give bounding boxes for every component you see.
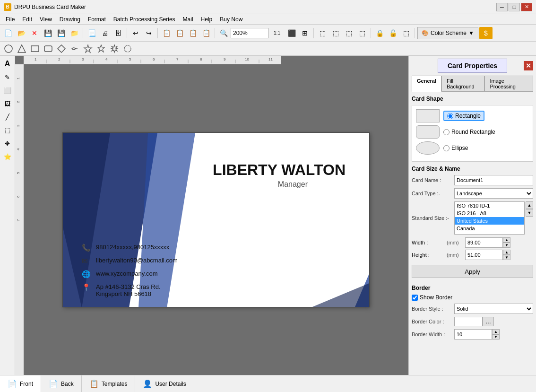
tb-btn8[interactable]: 📋 [173,27,186,39]
menu-help[interactable]: Help [197,15,216,24]
tab-fill-background[interactable]: Fill Background [441,76,484,92]
tb-btn12[interactable]: ⬚ [329,27,342,39]
border-color-swatch[interactable] [454,317,483,326]
undo-button[interactable]: ↩ [130,27,142,39]
circle-shape-btn[interactable] [3,43,14,54]
tb-btn16[interactable]: $ [479,27,493,39]
zoom-out-button[interactable]: 🔍 [217,27,230,39]
apply-button[interactable]: Apply [412,265,533,278]
ellipse-radio[interactable] [443,145,450,151]
star8-shape-btn[interactable] [109,43,120,54]
triangle-shape-btn[interactable] [16,43,27,54]
error-button[interactable]: ✕ [28,27,41,39]
round-rect-shape-btn[interactable] [43,43,54,54]
tb-btn10[interactable]: 📋 [200,27,212,39]
round-rect-preview [416,125,440,139]
panel-close-button[interactable]: ✕ [524,61,533,70]
show-border-checkbox[interactable] [412,295,418,301]
data-button[interactable]: 🗄 [112,27,124,39]
image-tool[interactable]: 🖼 [1,97,14,110]
bottom-tab-front[interactable]: 📄 Front [0,375,41,392]
width-up-button[interactable]: ▲ [503,237,510,243]
tab-image-processing[interactable]: Image Processing [484,76,533,92]
flower-shape-btn[interactable] [122,43,133,54]
card-address: Ap #146-3132 Cras Rd. Kingsport NH 56618 [96,283,161,297]
rectangle-radio[interactable] [447,113,453,119]
new-button[interactable]: 📄 [2,27,14,39]
color-scheme-button[interactable]: 🎨 Color Scheme ▼ [417,27,478,39]
star-tool[interactable]: ⭐ [1,150,14,163]
menu-batch[interactable]: Batch Processing Series [110,15,179,24]
print-button[interactable]: 🖨 [99,27,111,39]
save-as-button[interactable]: 💾 [55,27,67,39]
select-tool[interactable]: ⬚ [1,124,14,136]
scroll-down-button[interactable]: ▼ [526,209,533,217]
bottom-tab-templates[interactable]: 📋 Templates [82,375,136,392]
star6-shape-btn[interactable] [95,43,107,54]
menu-edit[interactable]: Edit [18,15,36,24]
tb-btn13[interactable]: ⬚ [343,27,355,39]
scroll-up-button[interactable]: ▲ [526,201,533,209]
lock-btn[interactable]: 🔒 [373,27,386,39]
menu-file[interactable]: File [2,15,18,24]
height-up-button[interactable]: ▲ [503,250,510,255]
maximize-button[interactable]: □ [509,3,520,11]
tb-btn7[interactable]: 📋 [160,27,173,39]
menu-buynow[interactable]: Buy Now [216,15,246,24]
tab-general[interactable]: General [412,76,441,92]
minimize-button[interactable]: ─ [496,3,508,11]
arrow-shape-btn[interactable] [69,43,80,54]
card-type-select[interactable]: Portrait Landscape [454,188,533,199]
grid-button[interactable]: ⊞ [299,27,311,39]
list-item-us[interactable]: United States [455,217,524,225]
height-input[interactable] [465,250,503,260]
width-down-button[interactable]: ▼ [503,243,510,248]
menu-format[interactable]: Format [84,15,110,24]
menu-mail[interactable]: Mail [179,15,197,24]
list-item-canada[interactable]: Canada [455,225,524,232]
rect-shape-btn[interactable] [29,43,41,54]
save-button[interactable]: 💾 [42,27,54,39]
fit-button[interactable]: ⬛ [285,27,298,39]
tb-btn11[interactable]: ⬚ [316,27,329,39]
width-input[interactable] [465,237,503,248]
page-button[interactable]: 📃 [86,27,98,39]
diamond-shape-btn[interactable] [56,43,67,54]
height-down-button[interactable]: ▼ [503,255,510,260]
tb-btn14[interactable]: ⬚ [356,27,368,39]
unlock-btn[interactable]: 🔓 [387,27,399,39]
round-rect-radio[interactable] [443,129,450,135]
border-color-picker-button[interactable]: … [483,317,494,326]
menu-view[interactable]: View [36,15,56,24]
border-width-down-button[interactable]: ▼ [492,334,500,340]
menu-drawing[interactable]: Drawing [56,15,84,24]
templates-tab-label: Templates [102,381,128,387]
border-width-input[interactable] [454,329,492,340]
draw-tool[interactable]: ✎ [1,71,14,83]
tb-btn9[interactable]: 📋 [187,27,199,39]
ellipse-radio-label[interactable]: Ellipse [443,145,468,151]
zoom-1-1-button[interactable]: 1:1 [269,27,285,39]
card-address-line1: Ap #146-3132 Cras Rd. [96,283,161,290]
bottom-tab-back[interactable]: 📄 Back [41,375,82,392]
shape-tool[interactable]: ⬜ [1,84,14,96]
tb-btn15[interactable]: ⬚ [400,27,412,39]
standard-size-list[interactable]: ISO 7810 ID-1 ISO 216 - A8 United States… [454,201,525,235]
card-name-input[interactable] [454,175,533,185]
open2-button[interactable]: 📁 [68,27,80,39]
redo-button[interactable]: ↪ [143,27,155,39]
close-button[interactable]: ✕ [521,3,532,11]
move-tool[interactable]: ✥ [1,137,14,149]
round-rect-radio-label[interactable]: Round Rectangle [443,129,495,135]
list-item-iso216[interactable]: ISO 216 - A8 [455,209,524,217]
list-item-iso7810[interactable]: ISO 7810 ID-1 [455,202,524,209]
line-tool[interactable]: ╱ [1,111,14,123]
bottom-tab-user-details[interactable]: 👤 User Details [135,375,194,392]
rectangle-radio-selected[interactable]: Rectangle [443,111,484,121]
border-width-up-button[interactable]: ▲ [492,329,500,334]
border-style-select[interactable]: Solid Dashed Dotted [454,304,533,314]
text-tool[interactable]: A [1,58,14,70]
star5-shape-btn[interactable] [82,43,94,54]
business-card[interactable]: LIBERTY WALTON Manager 📞 980124xxxxx,980… [62,132,370,307]
open-button[interactable]: 📂 [15,27,27,39]
